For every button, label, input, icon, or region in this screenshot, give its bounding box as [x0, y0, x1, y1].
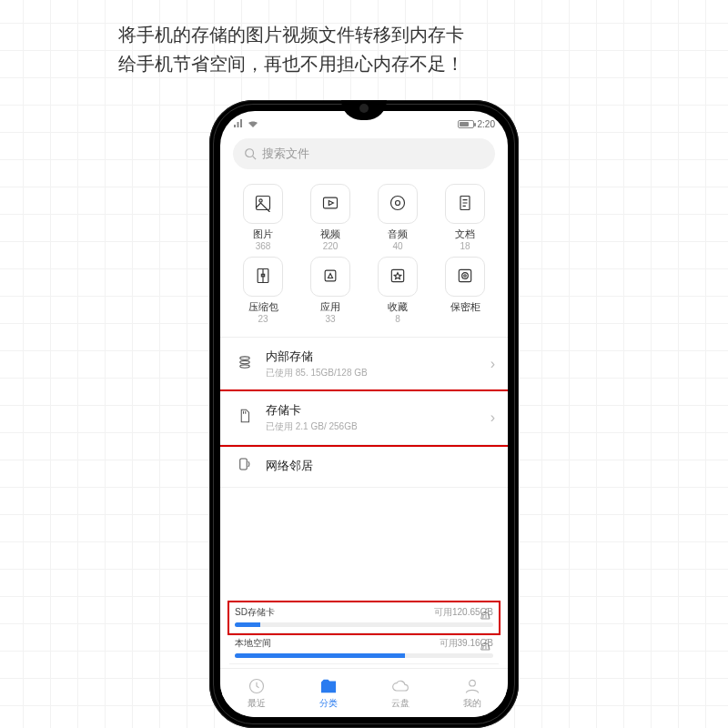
cat-video[interactable]: 视频 220 — [297, 184, 364, 251]
nav-label: 最近 — [248, 697, 266, 710]
phone-screen: 2:20 搜索文件 图片 368 视频 220 音频 40 — [220, 111, 508, 717]
headline-line1: 将手机的存储的图片视频文件转移到内存卡 — [118, 20, 728, 49]
bottom-nav: 最近 分类 云盘 我的 — [220, 668, 508, 717]
doc-icon — [456, 194, 474, 214]
row-title: 存储卡 — [266, 402, 490, 419]
cat-label: 应用 — [320, 300, 340, 314]
network-icon — [237, 456, 253, 476]
usage-sd[interactable]: SD存储卡 可用120.65GB — [229, 602, 499, 633]
cat-count: 40 — [392, 241, 402, 251]
svg-rect-4 — [324, 197, 338, 208]
signal-icon — [233, 119, 244, 128]
battery-icon — [458, 120, 474, 128]
image-icon — [254, 194, 272, 214]
cat-safe[interactable]: 保密柜 — [431, 257, 499, 324]
audio-icon — [389, 194, 407, 214]
svg-point-22 — [240, 365, 250, 368]
nav-category[interactable]: 分类 — [292, 669, 364, 717]
internal-storage-icon — [237, 354, 253, 374]
headline: 将手机的存储的图片视频文件转移到内存卡 给手机节省空间，再也不用担心内存不足！ — [0, 0, 728, 78]
cat-images[interactable]: 图片 368 — [229, 184, 297, 251]
cat-label: 保密柜 — [450, 300, 480, 314]
svg-point-19 — [464, 275, 467, 278]
cat-label: 压缩包 — [248, 300, 278, 314]
clean-icon[interactable] — [479, 637, 493, 652]
clean-icon[interactable] — [479, 606, 493, 621]
svg-line-1 — [253, 157, 257, 160]
usage-block: SD存储卡 可用120.65GB 本地空间 可用39.16GB — [220, 599, 508, 668]
svg-marker-5 — [329, 201, 333, 206]
cat-count: 220 — [323, 241, 339, 251]
cat-label: 音频 — [388, 228, 408, 241]
svg-rect-17 — [459, 269, 470, 281]
svg-point-35 — [469, 680, 475, 686]
nav-mine[interactable]: 我的 — [436, 669, 508, 717]
video-icon — [321, 194, 339, 214]
svg-point-21 — [240, 360, 250, 363]
wifi-icon — [248, 119, 258, 128]
cat-label: 文档 — [455, 228, 475, 241]
svg-point-20 — [240, 357, 250, 359]
svg-rect-15 — [325, 270, 336, 281]
usage-fill — [235, 622, 260, 627]
phone-frame: 2:20 搜索文件 图片 368 视频 220 音频 40 — [209, 100, 519, 728]
cat-label: 收藏 — [388, 300, 408, 314]
svg-point-18 — [462, 273, 469, 279]
search-input[interactable]: 搜索文件 — [233, 138, 495, 169]
nav-cloud[interactable]: 云盘 — [364, 669, 436, 717]
usage-local[interactable]: 本地空间 可用39.16GB — [229, 633, 499, 664]
nav-label: 云盘 — [391, 697, 410, 710]
svg-line-27 — [483, 614, 484, 618]
svg-line-26 — [485, 608, 488, 612]
svg-point-3 — [259, 199, 262, 202]
storage-list: 内部存储 已使用 85. 15GB/128 GB › 存储卡 已使用 2.1 G… — [220, 337, 508, 488]
nav-recent[interactable]: 最近 — [220, 669, 292, 717]
svg-rect-16 — [391, 269, 403, 281]
row-title: 网络邻居 — [266, 458, 495, 474]
cat-apps[interactable]: 应用 33 — [297, 257, 364, 324]
cat-label: 图片 — [253, 228, 273, 241]
chevron-right-icon: › — [490, 356, 495, 372]
cat-docs[interactable]: 文档 18 — [431, 184, 499, 251]
row-internal-storage[interactable]: 内部存储 已使用 85. 15GB/128 GB › — [220, 338, 508, 391]
search-placeholder: 搜索文件 — [262, 146, 309, 162]
sd-card-icon — [237, 408, 253, 428]
svg-point-6 — [391, 197, 405, 210]
cat-count: 8 — [395, 314, 400, 324]
row-network[interactable]: 网络邻居 — [220, 445, 508, 488]
row-sd-card[interactable]: 存储卡 已使用 2.1 GB/ 256GB › — [220, 391, 508, 445]
category-grid: 图片 368 视频 220 音频 40 文档 18 压缩包 23 — [220, 175, 508, 337]
cat-count: 33 — [325, 314, 335, 324]
cat-count: 23 — [258, 314, 268, 324]
usage-bar — [235, 622, 493, 627]
svg-point-7 — [396, 201, 400, 206]
cat-count: 18 — [460, 241, 470, 251]
cat-count: 368 — [256, 241, 271, 251]
row-subtitle: 已使用 2.1 GB/ 256GB — [266, 420, 490, 433]
cat-audio[interactable]: 音频 40 — [364, 184, 431, 251]
cat-archives[interactable]: 压缩包 23 — [229, 257, 297, 324]
svg-rect-25 — [240, 459, 248, 470]
usage-title: SD存储卡 — [235, 606, 275, 619]
chevron-right-icon: › — [490, 410, 495, 426]
svg-line-30 — [485, 639, 488, 643]
svg-line-31 — [483, 645, 484, 649]
row-title: 内部存储 — [266, 349, 490, 365]
safe-icon — [456, 267, 474, 287]
svg-rect-2 — [257, 197, 270, 210]
svg-point-0 — [246, 149, 254, 157]
archive-icon — [254, 267, 272, 287]
nav-label: 我的 — [463, 697, 481, 710]
headline-line2: 给手机节省空间，再也不用担心内存不足！ — [118, 49, 728, 78]
row-subtitle: 已使用 85. 15GB/128 GB — [266, 367, 490, 379]
nav-label: 分类 — [319, 697, 338, 710]
usage-fill — [235, 653, 405, 658]
status-time: 2:20 — [478, 119, 495, 129]
app-icon — [321, 267, 339, 287]
cat-label: 视频 — [320, 228, 340, 241]
star-icon — [389, 267, 407, 287]
search-icon — [244, 147, 257, 160]
cat-fav[interactable]: 收藏 8 — [364, 257, 431, 324]
usage-bar — [235, 653, 493, 658]
usage-title: 本地空间 — [235, 637, 271, 650]
